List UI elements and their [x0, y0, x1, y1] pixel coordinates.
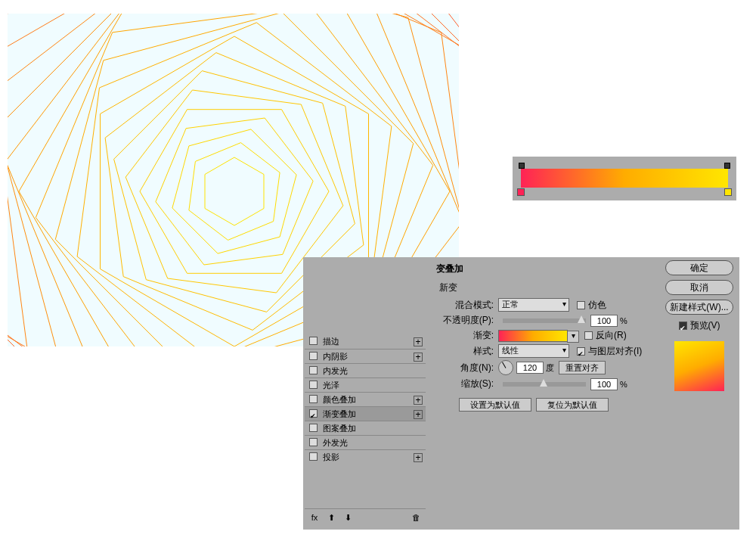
- style-label: 样式:: [439, 345, 494, 358]
- fx-checkbox[interactable]: [309, 424, 318, 432]
- dialog-buttons: 确定 取消 新建样式(W)... 预览(V): [665, 260, 733, 391]
- fx-item-5[interactable]: 渐变叠加+: [305, 406, 426, 421]
- style-select[interactable]: 线性: [498, 344, 569, 358]
- fx-item-label: 内阴影: [323, 352, 348, 361]
- fx-item-3[interactable]: 光泽: [305, 377, 426, 392]
- fx-item-label: 投影: [323, 452, 339, 461]
- fx-add-icon[interactable]: +: [414, 396, 423, 405]
- fx-checkbox[interactable]: [309, 438, 318, 446]
- layer-style-dialog: 描边+内阴影+内发光光泽颜色叠加+渐变叠加+图案叠加外发光投影+ fx ⬆ ⬇ …: [303, 257, 739, 530]
- fx-checkbox[interactable]: [309, 452, 318, 461]
- fx-item-7[interactable]: 外发光: [305, 435, 426, 449]
- svg-marker-0: [205, 157, 264, 225]
- fx-item-label: 内发光: [323, 366, 348, 375]
- angle-input[interactable]: 120: [516, 362, 544, 374]
- set-default-button[interactable]: 设置为默认值: [459, 398, 531, 412]
- fx-add-icon[interactable]: +: [414, 410, 423, 419]
- fx-add-icon[interactable]: +: [414, 337, 423, 346]
- color-stop-left[interactable]: [517, 188, 525, 196]
- fx-item-6[interactable]: 图案叠加: [305, 421, 426, 435]
- angle-dial[interactable]: [498, 360, 513, 375]
- fx-add-icon[interactable]: +: [414, 453, 423, 462]
- gradient-overlay-settings: 变叠加 新变 混合模式: 正常 仿色 不透明度(P): 100 % 渐变: 反向…: [433, 260, 643, 412]
- reverse-label: 反向(R): [596, 329, 627, 342]
- reset-default-button[interactable]: 复位为默认值: [536, 398, 609, 412]
- scale-input[interactable]: 100: [590, 378, 618, 390]
- blend-mode-label: 混合模式:: [439, 299, 494, 312]
- dither-checkbox[interactable]: [577, 301, 585, 309]
- angle-label: 角度(N):: [439, 362, 494, 374]
- preview-checkbox[interactable]: [679, 322, 687, 330]
- fx-add-icon[interactable]: +: [414, 353, 423, 362]
- opacity-stop-left[interactable]: [519, 163, 525, 169]
- scale-unit: %: [620, 380, 627, 389]
- svg-marker-3: [156, 118, 313, 265]
- fx-item-label: 外发光: [323, 438, 348, 447]
- gradient-picker[interactable]: [498, 330, 568, 342]
- fx-checkbox[interactable]: [309, 395, 318, 403]
- group-title: 新变: [433, 280, 643, 296]
- opacity-unit: %: [620, 316, 627, 325]
- fx-checkbox[interactable]: [309, 409, 318, 418]
- svg-marker-2: [172, 129, 296, 253]
- fx-checkbox[interactable]: [309, 381, 318, 389]
- dither-label: 仿色: [588, 299, 606, 312]
- opacity-stop-right[interactable]: [724, 163, 730, 169]
- move-down-icon[interactable]: ⬇: [342, 512, 353, 523]
- angle-unit: 度: [546, 362, 554, 374]
- opacity-label: 不透明度(P):: [439, 314, 494, 327]
- ok-button[interactable]: 确定: [665, 260, 733, 275]
- effects-list: 描边+内阴影+内发光光泽颜色叠加+渐变叠加+图案叠加外发光投影+ fx ⬆ ⬇ …: [305, 334, 426, 525]
- scale-label: 缩放(S):: [439, 377, 494, 390]
- color-stop-right[interactable]: [724, 188, 732, 196]
- gradient-editor-strip[interactable]: [513, 157, 736, 200]
- reset-align-button[interactable]: 重置对齐: [559, 361, 606, 374]
- gradient-ramp[interactable]: [521, 169, 728, 188]
- align-checkbox[interactable]: [577, 347, 585, 356]
- preview-swatch: [674, 341, 724, 391]
- fx-checkbox[interactable]: [309, 337, 318, 345]
- fx-item-label: 颜色叠加: [323, 395, 356, 404]
- fx-item-label: 渐变叠加: [323, 409, 356, 418]
- gradient-label: 渐变:: [439, 329, 494, 342]
- cancel-button[interactable]: 取消: [665, 280, 733, 295]
- fx-item-2[interactable]: 内发光: [305, 363, 426, 377]
- preview-label: 预览(V): [690, 319, 720, 332]
- blend-mode-select[interactable]: 正常: [498, 298, 569, 312]
- align-label: 与图层对齐(I): [588, 345, 642, 358]
- fx-item-4[interactable]: 颜色叠加+: [305, 392, 426, 406]
- fx-item-1[interactable]: 内阴影+: [305, 349, 426, 363]
- fx-item-label: 图案叠加: [323, 424, 356, 433]
- fx-item-label: 描边: [323, 337, 339, 346]
- new-style-button[interactable]: 新建样式(W)...: [665, 300, 733, 315]
- fx-checkbox[interactable]: [309, 352, 318, 360]
- fx-item-label: 光泽: [323, 381, 339, 390]
- fx-item-8[interactable]: 投影+: [305, 449, 426, 464]
- reverse-checkbox[interactable]: [584, 331, 593, 340]
- trash-icon[interactable]: 🗑: [411, 512, 421, 523]
- fx-item-0[interactable]: 描边+: [305, 334, 426, 349]
- opacity-slider[interactable]: [503, 318, 586, 323]
- move-up-icon[interactable]: ⬆: [326, 512, 336, 523]
- opacity-input[interactable]: 100: [590, 315, 618, 327]
- panel-title: 变叠加: [433, 260, 643, 280]
- effects-footer: fx ⬆ ⬇ 🗑: [305, 508, 426, 525]
- fx-checkbox[interactable]: [309, 366, 318, 374]
- fx-menu-icon[interactable]: fx: [309, 512, 320, 523]
- scale-slider[interactable]: [503, 382, 586, 387]
